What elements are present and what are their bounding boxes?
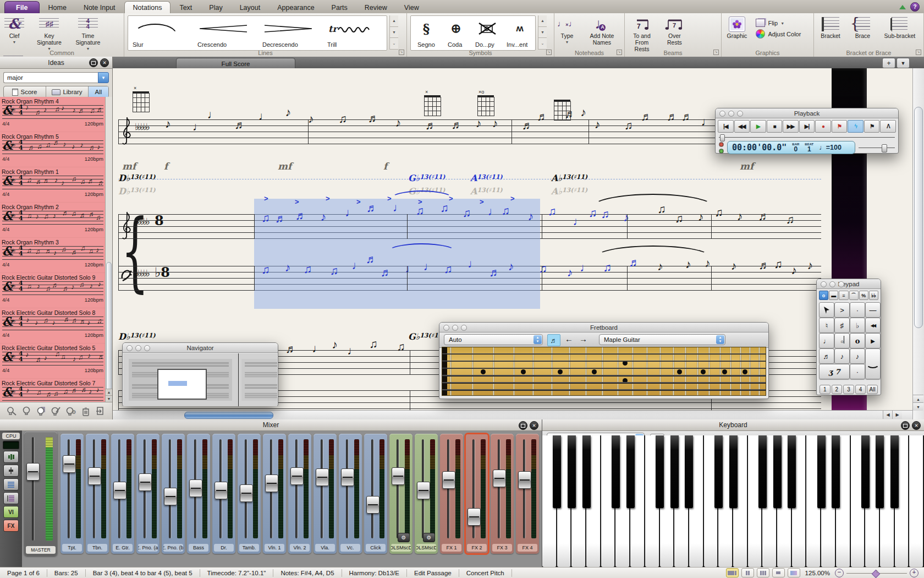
go-to-end-button[interactable]: ▶| [799,120,815,133]
mixer-channel-strip[interactable]: ⚙ DLSMscD [389,434,413,554]
coda-gallery-item[interactable]: ⊕ Coda [442,16,470,50]
note[interactable]: ♪ [476,117,482,129]
new-tab-icon[interactable]: + [882,58,895,68]
note[interactable]: ♫ [330,265,339,276]
note[interactable]: ♪ [580,106,586,118]
zoom-out-icon[interactable]: − [835,569,844,577]
navigator-body[interactable]: 1 2 [123,353,277,406]
note[interactable]: ♬ [537,111,548,122]
piano-black-key[interactable] [714,435,723,508]
keypad-eighth-note-key[interactable]: ♪ [834,348,850,364]
keypad-tab-common-notes[interactable]: o [819,291,828,300]
mixer-channel-strip[interactable]: ⚙ DLSMscD [415,434,438,554]
ideas-scrollbar[interactable] [105,97,112,402]
note[interactable]: ♩ [573,215,584,227]
live-tempo-button[interactable]: ⚑ [864,120,880,133]
note[interactable]: ♬ [275,212,287,224]
note[interactable]: ♬ [366,202,378,214]
ribbon-tab[interactable]: Text [171,2,200,13]
next-arrow-icon[interactable]: → [579,334,587,343]
add-note-names-button[interactable]: ♩ A Add Note Names [583,15,620,46]
view-mode-normal-icon[interactable] [726,568,739,577]
view-mode-spreads-icon[interactable] [741,568,754,577]
keypad-rest-key[interactable]: ʒ 7 [819,364,850,379]
flip-button[interactable]: Flip▼ [756,19,801,27]
Rock Electric Guitar Distorted Solo 9[interactable]: Rock Electric Guitar Distorted Solo 9 &♭… [0,274,106,308]
dynamic-marking[interactable]: mf [122,161,136,172]
Rock Electric Guitar Distorted Solo 8[interactable]: Rock Electric Guitar Distorted Solo 8 &♭… [0,309,106,343]
channel-fader[interactable] [341,468,354,486]
slur[interactable] [591,194,714,221]
accent-articulation[interactable]: > [480,198,484,206]
mixer-channel-strip[interactable]: ⚙ FX 1 [440,434,463,554]
note[interactable]: ♪ [395,117,402,128]
capture-idea-icon[interactable] [6,406,17,417]
note[interactable]: ♬ [522,119,534,131]
mixer-channel-strip[interactable]: ⚙ E. Pno. (b) [162,434,185,554]
Rock Organ Rhythm 3[interactable]: Rock Organ Rhythm 3 &♭♭♭44 ♫♫♬♪♫♬♫♫♪ 4/4… [0,239,106,273]
piano-white-key[interactable] [909,435,923,567]
ideas-tab-score[interactable]: Score [4,86,46,97]
virtual-instruments-button[interactable]: VI [3,506,19,518]
ribbon-tab[interactable]: Note Input [75,2,124,13]
chord-symbol[interactable]: A♭13(♯11) [551,173,587,183]
mixer-channel-strip[interactable]: ⚙ Vln. 2 [288,434,311,554]
undock-panel-icon[interactable] [519,421,527,430]
piano-black-key[interactable] [626,435,635,508]
note[interactable]: ♫ [261,264,270,275]
guitar-chord-diagram[interactable]: × [424,97,441,116]
note[interactable]: ♩ [351,259,363,271]
note[interactable]: ♪ [308,113,314,124]
mixer-channel-strip[interactable]: ⚙ Bass [187,434,210,554]
navigator-view-rect[interactable] [157,369,207,400]
paste-idea-icon[interactable] [36,406,47,417]
piano-black-key[interactable] [656,435,664,508]
note[interactable]: ♬ [681,111,693,122]
fretboard-neck[interactable] [442,347,766,396]
keypad-layout-button[interactable]: 4 [855,385,866,394]
keypad-tie-key[interactable] [865,348,881,379]
mixer-channel-strip[interactable]: ⚙ FX 3 [491,434,514,554]
horizontal-scrollbar-thumb[interactable] [184,412,273,419]
lines-gallery-scrollbar[interactable]: ▲▼⌄ [389,15,398,50]
channel-fader[interactable] [265,475,278,492]
note[interactable]: ♬ [641,111,652,122]
channel-fader[interactable] [113,482,127,499]
mixer-channel-strip[interactable]: ⚙ FX 4 [516,434,539,554]
note[interactable]: ♬ [758,259,770,271]
ribbon-tab[interactable]: Notations [124,1,171,13]
tempo-slider-thumb[interactable] [882,144,887,152]
note[interactable]: ♪ [285,106,291,118]
note[interactable]: ♩ [347,345,359,356]
note[interactable]: ♬ [285,343,297,355]
piano-black-key[interactable] [729,435,738,508]
note[interactable]: ♫ [501,205,510,216]
guitar-chord-diagram[interactable]: ×o [477,97,494,116]
ribbon-tab[interactable]: Home [40,2,75,13]
vertical-scrollbar[interactable]: ▲ ▼ [912,68,924,419]
note[interactable]: ♬ [366,253,377,265]
keypad-rewind-key[interactable]: ◀◀ [865,318,881,333]
keypad-tab-jazz[interactable]: % [859,291,868,300]
undock-panel-icon[interactable] [901,421,910,430]
accent-articulation[interactable]: > [326,194,330,203]
guitar-string[interactable] [442,353,766,355]
ribbon-tab[interactable]: Play [201,2,230,13]
note[interactable]: ♪ [737,210,743,222]
view-mode-panorama-icon[interactable] [788,568,800,577]
channel-fader[interactable] [240,484,253,502]
move-playback-line-button[interactable]: ⚑ [832,120,848,133]
accent-articulation[interactable]: > [295,198,299,206]
key-signature-button[interactable]: ♯♯ Key Signature▼ [32,15,66,51]
note[interactable]: ♫ [538,263,547,274]
sub-bracket-button[interactable]: Sub-bracket [879,15,920,40]
keypad-tab-beams[interactable]: ≡ [839,291,848,300]
dynamic-marking[interactable]: f [383,161,387,172]
mixer-channel-strip[interactable]: ⚙ Tamb. [238,434,261,554]
mixer-channel-strip[interactable]: ⚙ Vln. 1 [263,434,286,554]
channel-fader[interactable] [468,508,481,526]
ribbon-tab[interactable]: Parts [323,2,356,13]
ideas-tab-library[interactable]: Library [46,86,89,97]
keypad-natural-key[interactable]: ♮ [819,318,834,333]
guitar-string[interactable] [442,389,766,391]
